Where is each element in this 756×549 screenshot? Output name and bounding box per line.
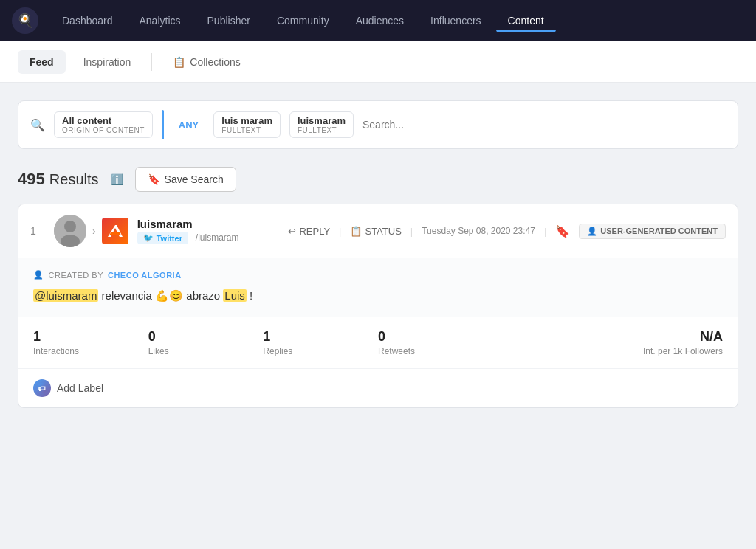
search-icon[interactable]: 🔍 <box>30 118 45 132</box>
stat-likes-value: 0 <box>148 329 156 345</box>
card-handle: /luismaram <box>196 232 239 243</box>
stat-interactions: 1 Interactions <box>33 329 148 356</box>
nav-item-influencers[interactable]: Influencers <box>419 9 492 32</box>
add-label-text: Add Label <box>57 382 103 394</box>
nav-item-audiences[interactable]: Audiences <box>344 9 416 32</box>
nav-item-publisher[interactable]: Publisher <box>196 9 262 32</box>
stat-replies: 1 Replies <box>263 329 378 356</box>
result-card: 1 › lui <box>18 204 738 408</box>
card-actions: ↩ REPLY | 📋 STATUS | Tuesday Sep 08, 202… <box>288 224 570 238</box>
post-text-middle: relevancia 💪😊 abrazo <box>102 289 224 302</box>
info-icon[interactable]: ℹ️ <box>111 173 123 185</box>
top-navigation: 🍳 Dashboard Analytics Publisher Communit… <box>0 0 756 41</box>
save-search-icon: 🔖 <box>148 173 160 185</box>
brand-logo <box>102 218 128 244</box>
tag-main-0: luis maram <box>221 115 272 126</box>
stat-replies-label: Replies <box>263 346 292 356</box>
card-number: 1 <box>30 225 45 237</box>
avatar <box>54 215 86 247</box>
stat-replies-value: 1 <box>263 329 270 345</box>
search-tag-0[interactable]: luis maram FULLTEXT <box>213 111 281 138</box>
any-label[interactable]: ANY <box>173 120 205 131</box>
status-button[interactable]: 📋 STATUS <box>350 226 401 237</box>
bookmark-button[interactable]: 🔖 <box>555 224 570 238</box>
stat-retweets-label: Retweets <box>378 346 415 356</box>
save-search-button[interactable]: 🔖 Save Search <box>135 167 236 192</box>
reply-button[interactable]: ↩ REPLY <box>288 226 330 237</box>
search-divider <box>162 110 164 139</box>
stat-int-per-1k: N/A Int. per 1k Followers <box>493 329 723 356</box>
card-header: 1 › lui <box>18 204 738 258</box>
nav-item-analytics[interactable]: Analytics <box>128 9 193 32</box>
app-logo[interactable]: 🍳 <box>12 7 38 34</box>
search-bar: 🔍 All content ORIGIN OF CONTENT ANY luis… <box>18 100 738 149</box>
stat-interactions-label: Interactions <box>33 346 79 356</box>
search-input[interactable] <box>362 119 726 131</box>
filter-chip-sub: ORIGIN OF CONTENT <box>62 126 145 134</box>
tab-feed[interactable]: Feed <box>18 50 66 74</box>
action-divider-3: | <box>544 226 546 237</box>
twitter-icon: 🐦 <box>143 233 154 243</box>
stat-retweets-value: 0 <box>378 329 385 345</box>
action-divider-1: | <box>339 226 341 237</box>
sub-navigation: Feed Inspiration 📋Collections <box>0 41 756 83</box>
nav-item-community[interactable]: Community <box>265 9 341 32</box>
results-count: 495 Results <box>18 170 99 189</box>
filter-chip-origin[interactable]: All content ORIGIN OF CONTENT <box>54 111 153 138</box>
tab-collections[interactable]: 📋Collections <box>161 50 252 74</box>
stat-likes: 0 Likes <box>148 329 264 356</box>
created-by-icon: 👤 <box>33 270 44 280</box>
card-body: 👤 CREATED BY CHECO ALGORIA @luismaram re… <box>18 258 738 317</box>
stat-interactions-value: 1 <box>33 329 41 345</box>
sub-nav-divider <box>151 53 152 71</box>
tag-sub-1: FULLTEXT <box>298 126 337 134</box>
main-content: 🔍 All content ORIGIN OF CONTENT ANY luis… <box>0 83 756 426</box>
search-tag-1[interactable]: luismaram FULLTEXT <box>289 111 354 138</box>
ugc-icon: 👤 <box>587 227 597 236</box>
tag-sub-0: FULLTEXT <box>221 126 261 134</box>
post-text: @luismaram relevancia 💪😊 abrazo Luis ! <box>33 287 723 305</box>
add-label-row[interactable]: 🏷 Add Label <box>18 368 738 407</box>
created-by-link[interactable]: CHECO ALGORIA <box>108 271 182 280</box>
card-username: luismaram <box>137 218 280 230</box>
results-header: 495 Results ℹ️ 🔖 Save Search <box>18 167 738 192</box>
svg-point-1 <box>64 221 76 232</box>
svg-marker-4 <box>109 232 121 235</box>
stat-int-per-1k-value: N/A <box>700 329 723 345</box>
filter-chip-main: All content <box>62 115 111 126</box>
reply-icon: ↩ <box>288 226 296 237</box>
svg-text:🏷: 🏷 <box>38 384 46 393</box>
ugc-badge: 👤 USER-GENERATED CONTENT <box>579 224 726 239</box>
card-date: Tuesday Sep 08, 2020 23:47 <box>422 226 535 236</box>
add-label-icon: 🏷 <box>33 379 51 397</box>
stats-row: 1 Interactions 0 Likes 1 Replies 0 Retwe… <box>18 317 738 368</box>
card-user-info: luismaram 🐦 Twitter /luismaram <box>137 218 280 244</box>
created-by: 👤 CREATED BY CHECO ALGORIA <box>33 270 723 280</box>
stat-int-per-1k-label: Int. per 1k Followers <box>643 346 723 356</box>
tab-inspiration[interactable]: Inspiration <box>72 50 143 74</box>
twitter-badge: 🐦 Twitter <box>137 232 188 244</box>
action-divider-2: | <box>410 226 413 237</box>
status-icon: 📋 <box>350 226 362 237</box>
stat-retweets: 0 Retweets <box>378 329 493 356</box>
stat-likes-label: Likes <box>148 346 169 356</box>
avatar-area: › <box>54 215 128 247</box>
tag-main-1: luismaram <box>298 115 346 126</box>
highlight-luismaram: @luismaram <box>33 289 98 302</box>
nav-item-dashboard[interactable]: Dashboard <box>50 9 125 32</box>
collections-icon: 📋 <box>173 56 185 68</box>
nav-item-content[interactable]: Content <box>496 9 556 32</box>
post-text-end: ! <box>250 289 252 302</box>
highlight-luis: Luis <box>223 289 247 302</box>
avatar-arrow-icon: › <box>91 225 97 237</box>
